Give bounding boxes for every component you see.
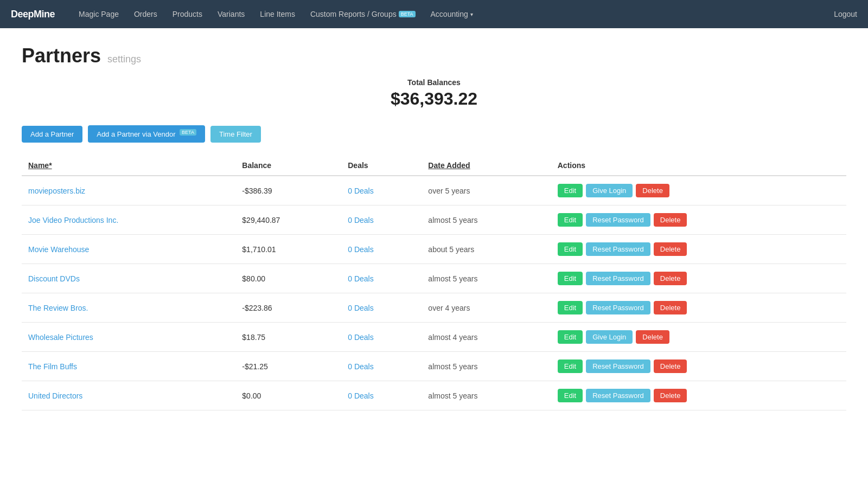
nav-item-line-items[interactable]: Line Items — [252, 0, 303, 28]
deals-link[interactable]: 0 Deals — [348, 333, 373, 342]
action-buttons-area: Add a Partner Add a Partner via Vendor B… — [22, 125, 846, 143]
partner-balance: $0.00 — [235, 381, 341, 410]
nav-item-orders[interactable]: Orders — [126, 0, 165, 28]
col-actions: Actions — [551, 156, 846, 176]
delete-button[interactable]: Delete — [636, 330, 669, 344]
logout-button[interactable]: Logout — [834, 10, 857, 18]
partner-name-link[interactable]: Joe Video Productions Inc. — [28, 216, 118, 224]
reset-password-button[interactable]: Reset Password — [586, 242, 650, 256]
partner-balance: -$223.86 — [235, 293, 341, 323]
add-partner-vendor-button[interactable]: Add a Partner via Vendor BETA — [88, 125, 205, 143]
give-login-button[interactable]: Give Login — [586, 330, 633, 344]
partner-actions: EditReset PasswordDelete — [551, 264, 846, 293]
partner-actions: EditGive LoginDelete — [551, 176, 846, 206]
partner-balance: $1,710.01 — [235, 235, 341, 264]
partner-name-link[interactable]: The Film Buffs — [28, 362, 77, 371]
edit-button[interactable]: Edit — [558, 272, 583, 285]
table-row: The Film Buffs-$21.250 Dealsalmost 5 yea… — [22, 352, 846, 381]
main-content: Partners settings Total Balances $36,393… — [0, 28, 868, 427]
partner-actions: EditReset PasswordDelete — [551, 352, 846, 381]
partner-name-link[interactable]: Wholesale Pictures — [28, 333, 93, 342]
reset-password-button[interactable]: Reset Password — [586, 389, 650, 402]
deals-link[interactable]: 0 Deals — [348, 187, 373, 195]
edit-button[interactable]: Edit — [558, 184, 583, 197]
col-name: Name* — [22, 156, 235, 176]
table-row: The Review Bros.-$223.860 Dealsover 4 ye… — [22, 293, 846, 323]
delete-button[interactable]: Delete — [654, 389, 687, 402]
partner-name-link[interactable]: Discount DVDs — [28, 274, 80, 283]
partner-name-link[interactable]: Movie Warehouse — [28, 245, 89, 254]
deals-link[interactable]: 0 Deals — [348, 304, 373, 312]
delete-button[interactable]: Delete — [654, 213, 687, 227]
nav-item-magic-page[interactable]: Magic Page — [71, 0, 126, 28]
reset-password-button[interactable]: Reset Password — [586, 213, 650, 227]
deals-link[interactable]: 0 Deals — [348, 391, 373, 400]
add-partner-button[interactable]: Add a Partner — [22, 126, 82, 143]
partner-name-link[interactable]: movieposters.biz — [28, 187, 85, 195]
partner-balance: $29,440.87 — [235, 206, 341, 235]
deals-link[interactable]: 0 Deals — [348, 274, 373, 283]
partner-name-cell: United Directors — [22, 381, 235, 410]
table-row: Wholesale Pictures$18.750 Dealsalmost 4 … — [22, 323, 846, 352]
nav-item-variants[interactable]: Variants — [210, 0, 252, 28]
col-balance: Balance — [235, 156, 341, 176]
partner-name-cell: The Review Bros. — [22, 293, 235, 323]
partner-actions: EditGive LoginDelete — [551, 323, 846, 352]
vendor-beta-badge: BETA — [180, 129, 196, 136]
nav-item-custom-reports[interactable]: Custom Reports / GroupsBETA — [303, 0, 423, 28]
partner-name-link[interactable]: United Directors — [28, 391, 82, 400]
table-row: United Directors$0.000 Dealsalmost 5 yea… — [22, 381, 846, 410]
deals-link[interactable]: 0 Deals — [348, 216, 373, 224]
table-row: movieposters.biz-$386.390 Dealsover 5 ye… — [22, 176, 846, 206]
delete-button[interactable]: Delete — [654, 301, 687, 314]
partner-balance: $80.00 — [235, 264, 341, 293]
partner-name-cell: The Film Buffs — [22, 352, 235, 381]
nav-item-accounting[interactable]: Accounting ▾ — [423, 0, 481, 28]
partner-date: over 5 years — [422, 176, 551, 206]
partner-balance: $18.75 — [235, 323, 341, 352]
table-header: Name* Balance Deals Date Added Actions — [22, 156, 846, 176]
partner-deals: 0 Deals — [341, 352, 422, 381]
deals-link[interactable]: 0 Deals — [348, 245, 373, 254]
edit-button[interactable]: Edit — [558, 330, 583, 344]
partners-table: Name* Balance Deals Date Added Actions m… — [22, 156, 846, 410]
partner-name-cell: Discount DVDs — [22, 264, 235, 293]
partner-date: almost 5 years — [422, 352, 551, 381]
time-filter-button[interactable]: Time Filter — [210, 126, 261, 143]
table-row: Joe Video Productions Inc.$29,440.870 De… — [22, 206, 846, 235]
col-deals: Deals — [341, 156, 422, 176]
page-title: Partners — [22, 44, 101, 67]
reset-password-button[interactable]: Reset Password — [586, 359, 650, 373]
partner-deals: 0 Deals — [341, 381, 422, 410]
edit-button[interactable]: Edit — [558, 389, 583, 402]
delete-button[interactable]: Delete — [636, 184, 669, 197]
partner-name-cell: Wholesale Pictures — [22, 323, 235, 352]
edit-button[interactable]: Edit — [558, 213, 583, 227]
partner-date: almost 4 years — [422, 323, 551, 352]
partner-name-cell: Movie Warehouse — [22, 235, 235, 264]
edit-button[interactable]: Edit — [558, 301, 583, 314]
table-row: Discount DVDs$80.000 Dealsalmost 5 years… — [22, 264, 846, 293]
delete-button[interactable]: Delete — [654, 242, 687, 256]
nav-item-products[interactable]: Products — [165, 0, 210, 28]
total-balances-label: Total Balances — [22, 78, 846, 87]
edit-button[interactable]: Edit — [558, 359, 583, 373]
partner-deals: 0 Deals — [341, 264, 422, 293]
partner-deals: 0 Deals — [341, 293, 422, 323]
partner-deals: 0 Deals — [341, 235, 422, 264]
delete-button[interactable]: Delete — [654, 359, 687, 373]
reset-password-button[interactable]: Reset Password — [586, 301, 650, 314]
edit-button[interactable]: Edit — [558, 242, 583, 256]
give-login-button[interactable]: Give Login — [586, 184, 633, 197]
partner-name-link[interactable]: The Review Bros. — [28, 304, 88, 312]
partner-balance: -$386.39 — [235, 176, 341, 206]
delete-button[interactable]: Delete — [654, 272, 687, 285]
page-subtitle: settings — [107, 54, 141, 65]
brand-logo[interactable]: DeepMine — [11, 9, 55, 20]
deals-link[interactable]: 0 Deals — [348, 362, 373, 371]
beta-badge: BETA — [399, 11, 416, 17]
partner-name-cell: movieposters.biz — [22, 176, 235, 206]
partner-actions: EditReset PasswordDelete — [551, 206, 846, 235]
reset-password-button[interactable]: Reset Password — [586, 272, 650, 285]
partner-date: about 5 years — [422, 235, 551, 264]
